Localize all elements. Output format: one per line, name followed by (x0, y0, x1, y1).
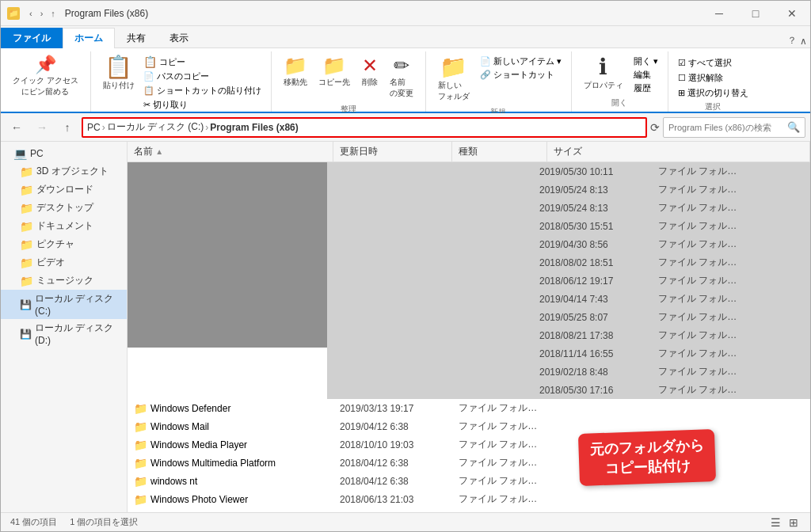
rename-icon: ✏ (394, 56, 409, 75)
sidebar-item-3d[interactable]: 📁 3D オブジェクト (1, 162, 127, 180)
ribbon-group-new: 📁 新しいフォルダ 📄 新しいアイテム ▾ 🔗 ショートカット 新規 (426, 51, 572, 112)
sidebar-item-documents[interactable]: 📁 ドキュメント (1, 217, 127, 235)
move-to-btn[interactable]: 📁 移動先 (278, 53, 313, 91)
copy-path-btn[interactable]: 📄 パスのコピー (140, 70, 265, 83)
col-header-size[interactable]: サイズ (547, 142, 810, 162)
pc-icon: 💻 (13, 147, 27, 160)
properties-btn[interactable]: ℹ プロパティ (578, 53, 629, 94)
minimize-btn[interactable]: ─ (701, 1, 737, 26)
sidebar-item-desktop[interactable]: 📁 デスクトップ (1, 199, 127, 217)
folder-icon: 📁 (134, 439, 147, 451)
list-item[interactable]: 2018/08/02 18:51 ファイル フォルダー (327, 253, 810, 272)
folder-icon: 📁 (20, 238, 33, 251)
tab-view[interactable]: 表示 (158, 28, 200, 48)
tab-share[interactable]: 共有 (115, 28, 158, 48)
list-item[interactable]: 2018/06/12 19:17 ファイル フォルダー (327, 272, 810, 290)
close-btn[interactable]: ✕ (774, 1, 810, 26)
copy-to-btn[interactable]: 📁 コピー先 (313, 53, 356, 91)
list-item[interactable]: 2019/04/30 8:56 ファイル フォルダー (327, 235, 810, 253)
search-button[interactable]: 🔍 (787, 121, 800, 133)
col-header-type[interactable]: 種類 (452, 142, 547, 162)
list-item[interactable]: 📁 Windows Photo Viewer 2018/06/13 21:03 … (128, 490, 810, 508)
refresh-btn[interactable]: ⟳ (650, 121, 660, 134)
drive-icon: 💾 (20, 299, 32, 310)
paste-icon: 📋 (105, 56, 132, 78)
sidebar-item-pc[interactable]: 💻 PC (1, 145, 127, 162)
sidebar-item-videos[interactable]: 📁 ビデオ (1, 253, 127, 272)
window-controls: ─ □ ✕ (701, 1, 810, 26)
list-item[interactable]: 2019/05/24 8:13 ファイル フォルダー (327, 180, 810, 199)
paste-btn[interactable]: 📋 貼り付け (97, 53, 140, 94)
list-item[interactable]: 2019/05/30 10:11 ファイル フォルダー (327, 162, 810, 180)
back-btn[interactable]: ← (6, 116, 28, 139)
copy-btn[interactable]: 📋 コピー (140, 55, 265, 69)
list-item[interactable]: 2019/05/25 8:07 ファイル フォルダー (327, 308, 810, 326)
list-item[interactable]: 📁 Windows Defender 2019/03/13 19:17 ファイル… (128, 399, 810, 417)
grey-area-row: 2019/05/30 10:11 ファイル フォルダー 2019/05/24 8… (128, 162, 810, 399)
shortcut-icon: 🔗 (480, 70, 491, 80)
ribbon-group-quickaccess: 📌 クイック アクセスにピン留める (1, 51, 91, 112)
col-header-name[interactable]: 名前 ▲ (128, 142, 333, 162)
sidebar-item-pictures[interactable]: 📁 ピクチャ (1, 235, 127, 253)
maximize-btn[interactable]: □ (737, 1, 774, 26)
list-item[interactable]: 2018/11/14 16:55 ファイル フォルダー (327, 344, 810, 363)
ribbon-group-open: ℹ プロパティ 開く ▾ 編集 履歴 開く (572, 51, 668, 112)
new-folder-btn[interactable]: 📁 新しいフォルダ (432, 53, 475, 105)
copy-path-icon: 📄 (143, 71, 154, 82)
nav-up-btn[interactable]: ↑ (48, 7, 59, 20)
quick-access-btn[interactable]: 📌 クイック アクセスにピン留める (7, 53, 84, 101)
title-bar-nav: ‹ › ↑ (26, 7, 59, 20)
copy-to-icon: 📁 (322, 56, 346, 75)
sidebar-item-local-d[interactable]: 💾 ローカル ディスク (D:) (1, 319, 127, 348)
list-item[interactable]: 2018/05/30 15:51 ファイル フォルダー (327, 217, 810, 235)
shortcut-paste-icon: 📋 (143, 86, 154, 96)
cut-btn[interactable]: ✂ 切り取り (140, 98, 265, 112)
up-btn[interactable]: ↑ (56, 116, 78, 139)
col-header-date[interactable]: 更新日時 (333, 142, 452, 162)
list-item[interactable]: 2018/08/21 17:38 ファイル フォルダー (327, 326, 810, 344)
folder-icon: 📁 (20, 202, 33, 215)
list-item[interactable]: 2019/02/18 8:48 ファイル フォルダー (327, 363, 810, 381)
ribbon-body: 📌 クイック アクセスにピン留める 📋 貼り付け 📋 コピー (1, 48, 810, 113)
address-box[interactable]: PC › ローカル ディスク (C:) › Program Files (x86… (82, 117, 647, 138)
new-item-btn[interactable]: 📄 新しいアイテム ▾ (477, 55, 565, 68)
new-folder-icon: 📁 (440, 56, 467, 78)
search-box[interactable]: 🔍 (663, 117, 805, 138)
list-item[interactable]: 2018/05/30 17:16 ファイル フォルダー (327, 381, 810, 399)
list-item[interactable]: 2019/04/14 7:43 ファイル フォルダー (327, 290, 810, 308)
address-bar-row: ← → ↑ PC › ローカル ディスク (C:) › Program File… (1, 113, 810, 142)
file-list-header: 名前 ▲ 更新日時 種類 サイズ (128, 142, 810, 162)
ribbon-group-select: ☑ すべて選択 ☐ 選択解除 ⊞ 選択の切り替え 選択 (668, 51, 758, 112)
title-bar: 📁 ‹ › ↑ Program Files (x86) ─ □ ✕ (1, 1, 810, 26)
collapse-ribbon-btn[interactable]: ∧ (800, 36, 807, 47)
sidebar-item-download[interactable]: 📁 ダウンロード (1, 180, 127, 199)
shortcut-paste-btn[interactable]: 📋 ショートカットの貼り付け (140, 84, 265, 97)
open-btn[interactable]: 開く ▾ (630, 55, 661, 68)
rename-btn[interactable]: ✏ 名前の変更 (384, 53, 419, 102)
invert-select-btn[interactable]: ⊞ 選択の切り替え (675, 86, 752, 100)
shortcut-btn[interactable]: 🔗 ショートカット (477, 68, 565, 82)
help-btn[interactable]: ？ (787, 34, 797, 48)
edit-btn[interactable]: 編集 (630, 68, 661, 82)
folder-icon: 📁 (20, 275, 33, 287)
cut-icon: ✂ (143, 100, 150, 110)
grid-view-btn[interactable]: ⊞ (786, 516, 801, 529)
quick-access-icon: 📌 (35, 56, 56, 74)
delete-icon: ✕ (362, 56, 378, 75)
list-view-btn[interactable]: ☰ (768, 516, 783, 529)
nav-back-btn[interactable]: ‹ (26, 7, 36, 20)
deselect-btn[interactable]: ☐ 選択解除 (675, 71, 726, 85)
forward-btn[interactable]: → (31, 116, 53, 139)
nav-forward-btn[interactable]: › (37, 7, 47, 20)
delete-btn[interactable]: ✕ 削除 (356, 53, 384, 91)
history-btn[interactable]: 履歴 (630, 82, 661, 95)
window-icon: 📁 (7, 7, 20, 20)
search-input[interactable] (668, 123, 787, 132)
list-item[interactable]: 2019/05/24 8:13 ファイル フォルダー (327, 199, 810, 217)
tab-home[interactable]: ホーム (63, 28, 115, 48)
sidebar-item-local-c[interactable]: 💾 ローカル ディスク (C:) (1, 290, 127, 319)
select-all-btn[interactable]: ☑ すべて選択 (675, 56, 735, 70)
sidebar-item-music[interactable]: 📁 ミュージック (1, 272, 127, 290)
tab-file[interactable]: ファイル (1, 28, 63, 48)
new-item-icon: 📄 (480, 56, 491, 66)
